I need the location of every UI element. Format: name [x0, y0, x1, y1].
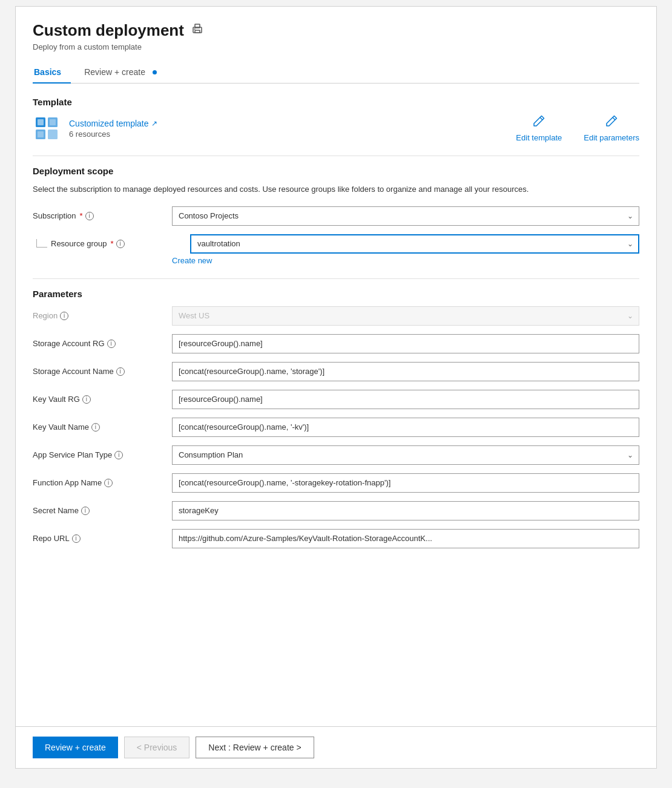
rg-indent-line	[36, 239, 47, 248]
secret-name-info-icon[interactable]: i	[81, 507, 90, 515]
param-label-secret-name: Secret Name i	[33, 506, 166, 515]
param-row-storage-account-name: Storage Account Name i	[33, 362, 639, 381]
storage-account-rg-input[interactable]	[172, 334, 639, 353]
param-label-function-app-name: Function App Name i	[33, 478, 166, 487]
storage-account-rg-info-icon[interactable]: i	[107, 340, 116, 348]
parameters-section: Parameters Region i West US ⌄ Storage Ac…	[33, 289, 639, 548]
page-container: Custom deployment Deploy from a custom t…	[15, 6, 657, 769]
previous-button[interactable]: < Previous	[124, 737, 190, 758]
template-icon	[33, 114, 61, 142]
tab-dot	[153, 70, 157, 74]
param-label-region: Region i	[33, 311, 166, 320]
template-left: Customized template ↗ 6 resources	[33, 114, 157, 142]
subscription-select-wrapper: Contoso Projects ⌄	[172, 206, 639, 226]
svg-rect-7	[48, 130, 58, 139]
param-label-repo-url: Repo URL i	[33, 534, 166, 543]
resource-group-info-icon[interactable]: i	[116, 240, 125, 248]
param-row-function-app-name: Function App Name i	[33, 473, 639, 493]
page-header: Custom deployment	[33, 21, 639, 40]
footer: Review + create < Previous Next : Review…	[16, 726, 656, 768]
region-select-wrapper: West US ⌄	[172, 306, 639, 326]
deployment-scope-section: Deployment scope Select the subscription…	[33, 166, 639, 265]
param-row-app-service-plan-type: App Service Plan Type i Consumption Plan…	[33, 445, 639, 465]
svg-rect-2	[195, 30, 200, 33]
template-card: Customized template ↗ 6 resources	[33, 114, 639, 142]
page-subtitle: Deploy from a custom template	[33, 42, 639, 51]
key-vault-name-input[interactable]	[172, 418, 639, 437]
resource-group-select[interactable]: vaultrotation	[190, 234, 639, 254]
edit-template-button[interactable]: Edit template	[516, 114, 562, 142]
function-app-name-input[interactable]	[172, 473, 639, 493]
rg-indent	[33, 234, 51, 248]
edit-template-label: Edit template	[516, 133, 562, 142]
tab-basics[interactable]: Basics	[33, 62, 71, 83]
svg-rect-9	[50, 119, 56, 125]
rg-content: Resource group * i vaultrotation ⌄	[51, 234, 639, 254]
template-name-link[interactable]: Customized template ↗	[69, 119, 157, 128]
param-row-repo-url: Repo URL i	[33, 529, 639, 548]
param-row-secret-name: Secret Name i	[33, 501, 639, 520]
deployment-scope-description: Select the subscription to manage deploy…	[33, 183, 639, 195]
svg-point-3	[194, 28, 195, 30]
separator-2	[33, 278, 639, 279]
template-heading: Template	[33, 97, 639, 107]
tabs-bar: Basics Review + create	[33, 62, 639, 84]
edit-parameters-button[interactable]: Edit parameters	[584, 114, 639, 142]
param-label-app-service-plan-type: App Service Plan Type i	[33, 450, 166, 459]
subscription-info-icon[interactable]: i	[85, 212, 94, 220]
param-label-key-vault-name: Key Vault Name i	[33, 422, 166, 432]
external-link-icon: ↗	[151, 119, 157, 128]
create-new-link[interactable]: Create new	[172, 256, 639, 265]
repo-url-input[interactable]	[172, 529, 639, 548]
app-service-plan-type-info-icon[interactable]: i	[114, 451, 123, 459]
subscription-label: Subscription * i	[33, 211, 166, 220]
svg-rect-8	[38, 119, 44, 125]
edit-parameters-label: Edit parameters	[584, 133, 639, 142]
template-section: Template	[33, 97, 639, 142]
review-create-button[interactable]: Review + create	[33, 737, 118, 758]
svg-rect-10	[38, 131, 44, 137]
resource-group-select-wrapper: vaultrotation ⌄	[190, 234, 639, 254]
param-row-storage-account-rg: Storage Account RG i	[33, 334, 639, 353]
key-vault-name-info-icon[interactable]: i	[91, 423, 100, 432]
param-row-key-vault-name: Key Vault Name i	[33, 418, 639, 437]
storage-account-name-input[interactable]	[172, 362, 639, 381]
region-select[interactable]: West US	[172, 306, 639, 326]
template-info: Customized template ↗ 6 resources	[69, 119, 157, 139]
deployment-scope-heading: Deployment scope	[33, 166, 639, 176]
page-title: Custom deployment	[33, 21, 184, 40]
separator-1	[33, 156, 639, 156]
repo-url-info-icon[interactable]: i	[72, 534, 81, 543]
next-button[interactable]: Next : Review + create >	[196, 737, 314, 758]
storage-account-name-info-icon[interactable]: i	[116, 367, 125, 376]
key-vault-rg-input[interactable]	[172, 390, 639, 409]
tab-review-create[interactable]: Review + create	[83, 62, 166, 83]
parameters-heading: Parameters	[33, 289, 639, 299]
template-actions: Edit template Edit parameters	[516, 114, 639, 142]
region-info-icon[interactable]: i	[60, 312, 68, 320]
edit-template-icon	[532, 114, 545, 131]
subscription-select[interactable]: Contoso Projects	[172, 206, 639, 226]
main-content: Custom deployment Deploy from a custom t…	[16, 7, 656, 726]
param-label-storage-account-rg: Storage Account RG i	[33, 339, 166, 348]
subscription-required: *	[80, 211, 83, 220]
secret-name-input[interactable]	[172, 501, 639, 520]
key-vault-rg-info-icon[interactable]: i	[82, 395, 91, 404]
app-service-plan-type-select[interactable]: Consumption Plan	[172, 445, 639, 465]
template-resources: 6 resources	[69, 130, 157, 139]
param-label-storage-account-name: Storage Account Name i	[33, 367, 166, 376]
app-service-plan-type-select-wrapper: Consumption Plan ⌄	[172, 445, 639, 465]
resource-group-required: *	[111, 239, 114, 248]
subscription-row: Subscription * i Contoso Projects ⌄	[33, 206, 639, 226]
function-app-name-info-icon[interactable]: i	[104, 479, 113, 487]
resource-group-label: Resource group * i	[51, 239, 184, 248]
rg-form-row: Resource group * i vaultrotation ⌄	[51, 234, 639, 254]
print-icon[interactable]	[191, 23, 203, 38]
resource-group-row: Resource group * i vaultrotation ⌄	[33, 234, 639, 254]
param-label-key-vault-rg: Key Vault RG i	[33, 395, 166, 404]
param-row-key-vault-rg: Key Vault RG i	[33, 390, 639, 409]
param-row-region: Region i West US ⌄	[33, 306, 639, 326]
edit-parameters-icon	[605, 114, 618, 131]
